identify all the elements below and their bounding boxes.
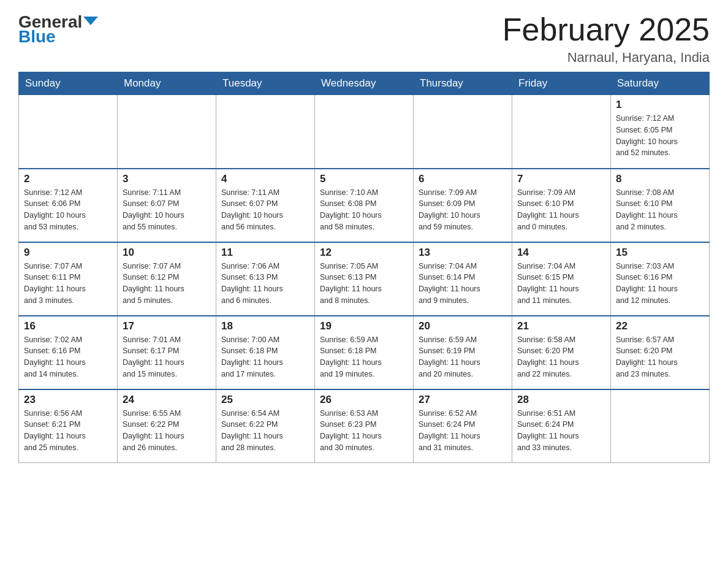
day-number: 19 bbox=[320, 320, 408, 332]
day-number: 23 bbox=[24, 394, 112, 406]
table-row: 10Sunrise: 7:07 AMSunset: 6:12 PMDayligh… bbox=[118, 242, 216, 316]
table-row bbox=[216, 95, 315, 169]
table-row: 11Sunrise: 7:06 AMSunset: 6:13 PMDayligh… bbox=[216, 242, 315, 316]
page-header: General Blue February 2025 Narnaul, Hary… bbox=[18, 12, 710, 66]
table-row: 8Sunrise: 7:08 AMSunset: 6:10 PMDaylight… bbox=[611, 169, 710, 242]
day-info: Sunrise: 6:52 AMSunset: 6:24 PMDaylight:… bbox=[419, 408, 507, 454]
day-number: 1 bbox=[616, 99, 704, 111]
day-info: Sunrise: 6:55 AMSunset: 6:22 PMDaylight:… bbox=[123, 408, 211, 454]
day-number: 2 bbox=[24, 173, 112, 185]
header-wednesday: Wednesday bbox=[315, 72, 414, 95]
table-row: 28Sunrise: 6:51 AMSunset: 6:24 PMDayligh… bbox=[512, 389, 611, 463]
table-row: 3Sunrise: 7:11 AMSunset: 6:07 PMDaylight… bbox=[118, 169, 216, 242]
table-row: 25Sunrise: 6:54 AMSunset: 6:22 PMDayligh… bbox=[216, 389, 315, 463]
day-info: Sunrise: 7:05 AMSunset: 6:13 PMDaylight:… bbox=[320, 261, 408, 307]
day-number: 20 bbox=[419, 320, 507, 332]
header-saturday: Saturday bbox=[611, 72, 710, 95]
day-info: Sunrise: 6:59 AMSunset: 6:19 PMDaylight:… bbox=[419, 334, 507, 380]
day-info: Sunrise: 7:08 AMSunset: 6:10 PMDaylight:… bbox=[616, 187, 704, 233]
day-info: Sunrise: 7:11 AMSunset: 6:07 PMDaylight:… bbox=[123, 187, 211, 233]
table-row bbox=[19, 95, 118, 169]
day-info: Sunrise: 7:01 AMSunset: 6:17 PMDaylight:… bbox=[123, 334, 211, 380]
day-info: Sunrise: 6:53 AMSunset: 6:23 PMDaylight:… bbox=[320, 408, 408, 454]
day-number: 17 bbox=[123, 320, 211, 332]
header-thursday: Thursday bbox=[414, 72, 512, 95]
table-row: 1Sunrise: 7:12 AMSunset: 6:05 PMDaylight… bbox=[611, 95, 710, 169]
location-text: Narnaul, Haryana, India bbox=[502, 50, 710, 66]
day-number: 6 bbox=[419, 173, 507, 185]
day-info: Sunrise: 7:00 AMSunset: 6:18 PMDaylight:… bbox=[221, 334, 309, 380]
table-row: 18Sunrise: 7:00 AMSunset: 6:18 PMDayligh… bbox=[216, 316, 315, 389]
day-info: Sunrise: 6:58 AMSunset: 6:20 PMDaylight:… bbox=[517, 334, 605, 380]
day-number: 12 bbox=[320, 247, 408, 259]
table-row: 15Sunrise: 7:03 AMSunset: 6:16 PMDayligh… bbox=[611, 242, 710, 316]
day-number: 18 bbox=[221, 320, 309, 332]
day-info: Sunrise: 7:10 AMSunset: 6:08 PMDaylight:… bbox=[320, 187, 408, 233]
table-row bbox=[512, 95, 611, 169]
table-row: 2Sunrise: 7:12 AMSunset: 6:06 PMDaylight… bbox=[19, 169, 118, 242]
day-number: 21 bbox=[517, 320, 605, 332]
day-info: Sunrise: 7:07 AMSunset: 6:12 PMDaylight:… bbox=[123, 261, 211, 307]
day-number: 24 bbox=[123, 394, 211, 406]
table-row: 17Sunrise: 7:01 AMSunset: 6:17 PMDayligh… bbox=[118, 316, 216, 389]
header-monday: Monday bbox=[118, 72, 216, 95]
table-row: 12Sunrise: 7:05 AMSunset: 6:13 PMDayligh… bbox=[315, 242, 414, 316]
day-info: Sunrise: 6:59 AMSunset: 6:18 PMDaylight:… bbox=[320, 334, 408, 380]
table-row: 9Sunrise: 7:07 AMSunset: 6:11 PMDaylight… bbox=[19, 242, 118, 316]
day-info: Sunrise: 7:12 AMSunset: 6:06 PMDaylight:… bbox=[24, 187, 112, 233]
day-info: Sunrise: 7:11 AMSunset: 6:07 PMDaylight:… bbox=[221, 187, 309, 233]
day-info: Sunrise: 7:09 AMSunset: 6:09 PMDaylight:… bbox=[419, 187, 507, 233]
table-row: 4Sunrise: 7:11 AMSunset: 6:07 PMDaylight… bbox=[216, 169, 315, 242]
calendar-week-row: 23Sunrise: 6:56 AMSunset: 6:21 PMDayligh… bbox=[19, 389, 710, 463]
header-friday: Friday bbox=[512, 72, 611, 95]
table-row: 26Sunrise: 6:53 AMSunset: 6:23 PMDayligh… bbox=[315, 389, 414, 463]
table-row: 6Sunrise: 7:09 AMSunset: 6:09 PMDaylight… bbox=[414, 169, 512, 242]
day-number: 25 bbox=[221, 394, 309, 406]
day-number: 10 bbox=[123, 247, 211, 259]
day-info: Sunrise: 7:09 AMSunset: 6:10 PMDaylight:… bbox=[517, 187, 605, 233]
day-number: 16 bbox=[24, 320, 112, 332]
month-title: February 2025 bbox=[502, 12, 710, 47]
day-info: Sunrise: 7:06 AMSunset: 6:13 PMDaylight:… bbox=[221, 261, 309, 307]
day-number: 13 bbox=[419, 247, 507, 259]
table-row: 20Sunrise: 6:59 AMSunset: 6:19 PMDayligh… bbox=[414, 316, 512, 389]
logo-triangle-icon bbox=[83, 17, 98, 25]
day-info: Sunrise: 7:12 AMSunset: 6:05 PMDaylight:… bbox=[616, 113, 704, 159]
header-tuesday: Tuesday bbox=[216, 72, 315, 95]
weekday-header-row: Sunday Monday Tuesday Wednesday Thursday… bbox=[19, 72, 710, 95]
table-row: 7Sunrise: 7:09 AMSunset: 6:10 PMDaylight… bbox=[512, 169, 611, 242]
table-row: 24Sunrise: 6:55 AMSunset: 6:22 PMDayligh… bbox=[118, 389, 216, 463]
day-number: 26 bbox=[320, 394, 408, 406]
day-number: 3 bbox=[123, 173, 211, 185]
table-row: 23Sunrise: 6:56 AMSunset: 6:21 PMDayligh… bbox=[19, 389, 118, 463]
day-info: Sunrise: 7:07 AMSunset: 6:11 PMDaylight:… bbox=[24, 261, 112, 307]
table-row: 5Sunrise: 7:10 AMSunset: 6:08 PMDaylight… bbox=[315, 169, 414, 242]
table-row: 27Sunrise: 6:52 AMSunset: 6:24 PMDayligh… bbox=[414, 389, 512, 463]
day-number: 5 bbox=[320, 173, 408, 185]
day-info: Sunrise: 6:57 AMSunset: 6:20 PMDaylight:… bbox=[616, 334, 704, 380]
day-number: 22 bbox=[616, 320, 704, 332]
calendar-week-row: 16Sunrise: 7:02 AMSunset: 6:16 PMDayligh… bbox=[19, 316, 710, 389]
calendar-week-row: 1Sunrise: 7:12 AMSunset: 6:05 PMDaylight… bbox=[19, 95, 710, 169]
table-row bbox=[315, 95, 414, 169]
day-info: Sunrise: 7:02 AMSunset: 6:16 PMDaylight:… bbox=[24, 334, 112, 380]
day-number: 11 bbox=[221, 247, 309, 259]
day-number: 28 bbox=[517, 394, 605, 406]
calendar-table: Sunday Monday Tuesday Wednesday Thursday… bbox=[18, 72, 710, 463]
table-row: 13Sunrise: 7:04 AMSunset: 6:14 PMDayligh… bbox=[414, 242, 512, 316]
calendar-week-row: 2Sunrise: 7:12 AMSunset: 6:06 PMDaylight… bbox=[19, 169, 710, 242]
logo: General Blue bbox=[18, 12, 98, 47]
day-info: Sunrise: 6:56 AMSunset: 6:21 PMDaylight:… bbox=[24, 408, 112, 454]
table-row bbox=[118, 95, 216, 169]
day-info: Sunrise: 6:54 AMSunset: 6:22 PMDaylight:… bbox=[221, 408, 309, 454]
table-row bbox=[414, 95, 512, 169]
table-row: 21Sunrise: 6:58 AMSunset: 6:20 PMDayligh… bbox=[512, 316, 611, 389]
day-number: 9 bbox=[24, 247, 112, 259]
day-number: 27 bbox=[419, 394, 507, 406]
day-number: 8 bbox=[616, 173, 704, 185]
table-row: 14Sunrise: 7:04 AMSunset: 6:15 PMDayligh… bbox=[512, 242, 611, 316]
day-number: 7 bbox=[517, 173, 605, 185]
title-block: February 2025 Narnaul, Haryana, India bbox=[502, 12, 710, 66]
table-row bbox=[611, 389, 710, 463]
calendar-week-row: 9Sunrise: 7:07 AMSunset: 6:11 PMDaylight… bbox=[19, 242, 710, 316]
